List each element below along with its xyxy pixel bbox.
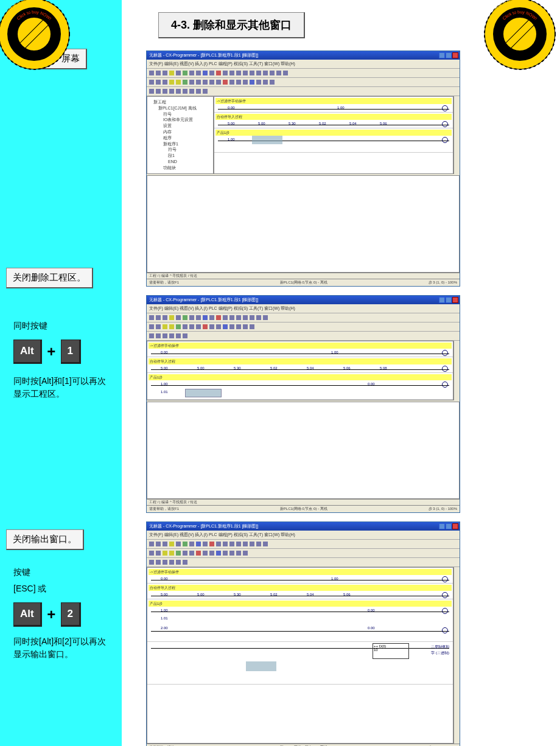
rung[interactable]: 产品1步 1.00 1.01 0.00 2.00 0.00 [147,599,453,642]
toolbar-3[interactable] [147,558,460,567]
tree-item[interactable]: 内存 [150,129,211,135]
tree-item[interactable]: 程序 [150,135,211,141]
rung[interactable]: ->过滤作手动操作 0.00 1.00 [147,568,453,584]
menubar[interactable]: 文件(F) 编辑(E) 视图(V) 插入(I) PLC 编程(P) 模拟(S) … [147,531,460,540]
instruction-box: ++ D(0) 10 [373,643,409,659]
toolbar-3[interactable] [147,332,460,341]
tree-item[interactable]: IO表和单元设置 [150,117,211,123]
minimize-icon[interactable] [439,297,445,303]
status-left: 需要帮助，请按F1 [149,280,179,285]
section-title: 4-3. 删除和显示其他窗口 [158,12,305,38]
titlebar-text: 无标题 - CX-Programmer - [新PLC1.新程序1.段1 [梯形… [148,297,258,303]
workarea: ->过滤作手动操作 0.00 1.00 自动作导入过程 5.00 5.00 5.… [147,341,460,400]
coil-icon [442,382,448,388]
tree-plc[interactable]: 新PLC1[CJ1M] 离线 [150,105,211,111]
tree-item[interactable]: 设置 [150,123,211,129]
selection [252,136,282,144]
workarea: ->过滤作手动操作 0.00 1.00 自动作导入过程 5.00 5.00 5.… [147,567,460,744]
status-right: 步 3 (1, 0) - 100% [429,506,457,512]
close-icon[interactable] [452,297,458,303]
key-2: 2 [61,602,81,627]
rung[interactable]: 自动作导入过程 5.00 5.00 5.30 5.02 5.04 5.06 [147,584,453,599]
output-pane[interactable] [147,175,460,273]
toolbar-1[interactable] [147,69,460,78]
tree-root[interactable]: 新工程 [150,99,211,105]
keys-intro-2: 按键 [13,566,111,579]
coil-icon [442,350,448,356]
window-controls [439,523,458,529]
scrollbar-vertical[interactable] [453,567,460,744]
maximize-icon[interactable] [446,523,452,529]
minimize-icon[interactable] [439,523,445,529]
rung[interactable]: 产品1步 1.00 [214,128,453,153]
titlebar-text: 无标题 - CX-Programmer - [新PLC1.新程序1.段1 [梯形… [148,52,258,58]
toolbar-2[interactable] [147,78,460,87]
selection [185,389,222,397]
tree-prog[interactable]: 新程序1 [150,141,211,147]
coil-icon [442,608,448,614]
status-center: 新PLC1(网络:0,节点:0) - 离线 [280,280,327,285]
plus-icon-2: + [47,606,55,622]
ladder-view[interactable]: ->过滤作手动操作 0.00 1.00 自动作导入过程 5.00 5.00 5.… [147,567,453,744]
plus-icon-1: + [47,343,55,360]
pdf-watermark-stamp[interactable]: PDF-XChange Viewer www.docu-track.com Cl… [0,0,71,71]
toolbar-2[interactable] [147,322,460,332]
rung[interactable]: 自动作导入过程 5.00 5.00 5.30 5.02 5.04 5.06 5.… [147,357,453,373]
coil-icon [442,592,448,598]
app-screenshot-3: 无标题 - CX-Programmer - [新PLC1.新程序1.段1 [梯形… [146,521,460,746]
tree-item[interactable]: 段1 [150,153,211,159]
titlebar: 无标题 - CX-Programmer - [新PLC1.新程序1.段1 [梯形… [147,296,460,304]
scrollbar-vertical[interactable] [453,341,460,400]
close-output-window-label: 关闭输出窗口。 [6,529,84,550]
output-pane[interactable] [147,402,460,499]
key-1: 1 [61,340,81,364]
ladder-view[interactable]: ->过滤作手动操作 0.00 1.00 自动作导入过程 5.00 5.00 5.… [214,96,453,174]
toolbar-2[interactable] [147,549,460,558]
main-content: 4-3. 删除和显示其他窗口 无标题 - CX-Programmer - [新P… [122,0,560,746]
tree-item[interactable]: 符号 [150,111,211,117]
tab-strip[interactable]: 工程 / | 编译 ^ 寻找报表 / 传送 [147,273,460,279]
rung[interactable]: ->过滤作手动操作 0.00 1.00 [147,341,453,357]
desc-1: 同时按[Alt]和[1]可以再次显示工程区。 [13,375,111,400]
tab-strip[interactable]: 工程 / | 编译 ^ 寻找报表 / 传送 [147,499,460,505]
project-tree[interactable]: 新工程 新PLC1[CJ1M] 离线 符号 IO表和单元设置 设置 内存 程序 … [147,96,214,174]
window-controls [439,52,458,58]
rung[interactable]: ++ D(0) 10 二度制值和 字 (二进制) [147,642,453,685]
status-left: 需要帮助，请按F1 [149,506,179,512]
coil-icon [442,366,448,372]
coil-icon [442,121,448,127]
toolbar-3[interactable] [147,87,460,96]
keys-intro-1: 同时按键 [13,319,111,332]
scrollbar-vertical[interactable] [453,96,460,174]
tree-item[interactable]: 符号 [150,147,211,153]
ladder-view[interactable]: ->过滤作手动操作 0.00 1.00 自动作导入过程 5.00 5.00 5.… [147,341,453,400]
toolbar-1[interactable] [147,313,460,322]
rung[interactable]: ->过滤作手动操作 0.00 1.00 [214,97,453,113]
window-controls [439,297,458,303]
rung[interactable]: 自动作导入过程 5.00 5.00 5.30 5.02 5.04 5.06 [214,113,453,128]
desc-2: 同时按[Alt]和[2]可以再次显示输出窗口。 [13,635,111,661]
menubar[interactable]: 文件(F) 编辑(E) 视图(V) 插入(I) PLC 编程(P) 模拟(S) … [147,304,460,313]
app-screenshot-2: 无标题 - CX-Programmer - [新PLC1.新程序1.段1 [梯形… [146,295,460,513]
minimize-icon[interactable] [439,52,445,58]
close-project-area-label: 关闭删除工程区。 [6,268,93,288]
selection [246,661,276,671]
app-screenshot-1: 无标题 - CX-Programmer - [新PLC1.新程序1.段1 [梯形… [146,51,460,287]
close-icon[interactable] [452,523,458,529]
key-alt-2: Alt [13,602,42,627]
workarea: 新工程 新PLC1[CJ1M] 离线 符号 IO表和单元设置 设置 内存 程序 … [147,96,460,174]
coil-icon [442,137,448,143]
maximize-icon[interactable] [446,52,452,58]
toolbar-1[interactable] [147,540,460,549]
menubar[interactable]: 文件(F) 编辑(E) 视图(V) 插入(I) PLC 编程(P) 模拟(S) … [147,60,460,69]
esc-line: [ESC] 或 [13,582,111,595]
status-right: 步 3 (1, 0) - 100% [429,280,457,285]
rung[interactable]: 产品1步 1.00 1.01 0.00 [147,373,453,400]
close-icon[interactable] [452,52,458,58]
status-center: 新PLC1(网络:0,节点:0) - 离线 [280,506,327,512]
maximize-icon[interactable] [446,297,452,303]
tree-item[interactable]: END [150,159,211,165]
sidebar: 下一屏幕 关闭删除工程区。 同时按键 Alt + 1 同时按[Alt]和[1]可… [0,0,122,746]
tree-func[interactable]: 功能块 [150,165,211,171]
pdf-watermark-stamp[interactable]: PDF-XChange Viewer www.docu-track.com Cl… [483,0,556,71]
